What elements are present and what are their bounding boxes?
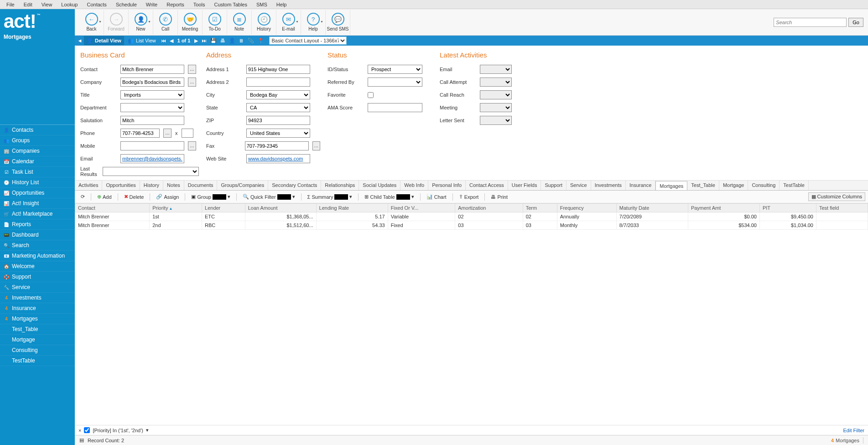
la-callreach-select[interactable] [480,90,512,99]
salutation-field[interactable] [120,116,184,125]
sidebar-item-act-marketplace[interactable]: 🛒Act! Marketplace [0,209,75,219]
col-lending-rate[interactable]: Lending Rate [316,204,388,212]
sidebar-item-reports[interactable]: 📄Reports [0,219,75,230]
sidebar-item-calendar[interactable]: 📅Calendar [0,156,75,167]
sidebar-item-support[interactable]: 🛟Support [0,272,75,282]
company-lookup-button[interactable]: … [188,78,196,87]
prev-record-icon[interactable]: ◀ [168,38,175,44]
sidebar-item-task-list[interactable]: ☑Task List [0,167,75,177]
tab-contact-access[interactable]: Contact Access [466,181,508,190]
fax-lookup-button[interactable]: … [312,141,320,150]
menu-lookup[interactable]: Lookup [57,1,82,8]
table-row[interactable]: Mitch Brenner2ndRBC$1,512,60...54.33Fixe… [75,221,868,230]
chart-button[interactable]: 📊Chart [423,192,450,201]
doc-icon[interactable]: 🗎 [238,38,245,43]
add-button[interactable]: ⊕Add [94,192,115,201]
next-record-icon[interactable]: ▶ [193,38,199,44]
tab-support[interactable]: Support [541,181,567,190]
search-input[interactable] [774,18,847,27]
search-go-button[interactable]: Go [848,18,863,27]
zip-field[interactable] [246,116,310,125]
assign-button[interactable]: 🔗Assign [153,192,182,201]
sidebar-item-welcome[interactable]: 🏠Welcome [0,261,75,272]
fax-field[interactable] [245,141,309,150]
col-amortization[interactable]: Amortization [455,204,523,212]
tab-opportunities[interactable]: Opportunities [102,181,140,190]
idstatus-select[interactable]: Prospect [368,65,422,74]
sidebar-item-test-table[interactable]: Test_Table [0,324,75,335]
tab-mortgages[interactable]: Mortgages [655,181,687,191]
print-icon[interactable]: 🖶 [219,38,227,43]
quickfilter-button[interactable]: 🔍Quick Filter ▾ [239,192,298,201]
sidebar-item-history-list[interactable]: 🕘History List [0,177,75,188]
col-maturity-date[interactable]: Maturity Date [616,204,688,212]
title-select[interactable]: Imports [120,90,184,99]
sidebar-item-investments[interactable]: 4Investments [0,293,75,303]
sidebar-item-dashboard[interactable]: 📟Dashboard [0,230,75,240]
delete-button[interactable]: ✖Delete [121,192,147,201]
sidebar-item-testtable[interactable]: TestTable [0,356,75,366]
country-select[interactable]: United States [246,129,310,138]
address2-field[interactable] [246,78,310,87]
favorite-checkbox[interactable] [368,92,374,98]
col-lender[interactable]: Lender [202,204,245,212]
meeting-button[interactable]: 🤝Meeting [178,10,203,35]
group-button[interactable]: ▣Group ▾ [188,192,234,201]
detail-view-button[interactable]: 👤 Detail View [84,36,124,45]
summary-button[interactable]: ΣSummary ▾ [304,192,356,201]
last-record-icon[interactable]: ⏭ [200,38,208,43]
customize-columns-button[interactable]: ▦ Customize Columns [808,192,865,201]
map-pin-icon[interactable]: 📍 [256,38,265,44]
department-select[interactable] [120,103,184,112]
tab-mortgage[interactable]: Mortgage [719,181,748,190]
phone-ext-field[interactable] [182,129,193,138]
col-contact[interactable]: Contact [75,204,150,212]
menu-help[interactable]: Help [272,1,291,8]
col-frequency[interactable]: Frequency [557,204,616,212]
menu-sms[interactable]: SMS [252,1,272,8]
tab-web-info[interactable]: Web Info [400,181,428,190]
tab-test-table[interactable]: Test_Table [687,181,719,190]
la-lettersent-select[interactable] [480,116,512,125]
amascore-field[interactable] [368,103,422,112]
col-loan-amount[interactable]: Loan Amount [245,204,316,212]
list-view-button[interactable]: 👥 List View [125,36,159,45]
col-priority[interactable]: Priority ▲ [150,204,202,212]
note-button[interactable]: ≣Note [227,10,252,35]
la-email-select[interactable] [480,65,512,74]
state-select[interactable]: CA [246,103,310,112]
edit-filter-link[interactable]: Edit Filter [843,428,864,433]
menu-reports[interactable]: Reports [162,1,189,8]
print-button[interactable]: 🖶Print [488,193,511,201]
col-test-field[interactable]: Test field [816,204,868,212]
phone-lookup-button[interactable]: … [163,129,172,138]
address1-field[interactable] [246,65,310,74]
refresh-button[interactable]: ⟳ [78,192,88,201]
mobile-field[interactable] [120,141,184,150]
menu-view[interactable]: View [37,1,57,8]
sidebar-item-opportunities[interactable]: 📈Opportunities [0,188,75,198]
call-button[interactable]: ✆Call [153,10,178,35]
sidebar-item-insurance[interactable]: 4Insurance [0,303,75,314]
city-select[interactable]: Bodega Bay [246,90,310,99]
tab-history[interactable]: History [140,181,163,190]
attachment-icon[interactable]: 📎 [246,38,255,44]
website-field[interactable] [246,154,310,163]
col-term[interactable]: Term [523,204,557,212]
save-icon[interactable]: 💾 [209,38,218,44]
sidebar-item-contacts[interactable]: 👤Contacts [0,125,75,135]
tab-testtable[interactable]: TestTable [780,181,808,190]
clear-filter-icon[interactable]: × [78,428,81,433]
tab-consulting[interactable]: Consulting [748,181,780,190]
company-field[interactable] [120,78,184,87]
tab-secondary-contacts[interactable]: Secondary Contacts [268,181,321,190]
to-do-button[interactable]: ☑To-Do [203,10,227,35]
tab-user-fields[interactable]: User Fields [508,181,541,190]
export-button[interactable]: ⇪Export [456,192,482,201]
first-record-icon[interactable]: ⏮ [160,38,167,43]
menu-file[interactable]: File [2,1,19,8]
tab-documents[interactable]: Documents [184,181,218,190]
sidebar-item-act-insight[interactable]: 📊Act! Insight [0,198,75,209]
tab-relationships[interactable]: Relationships [321,181,359,190]
send-sms-button[interactable]: 💬Send SMS [326,10,350,35]
